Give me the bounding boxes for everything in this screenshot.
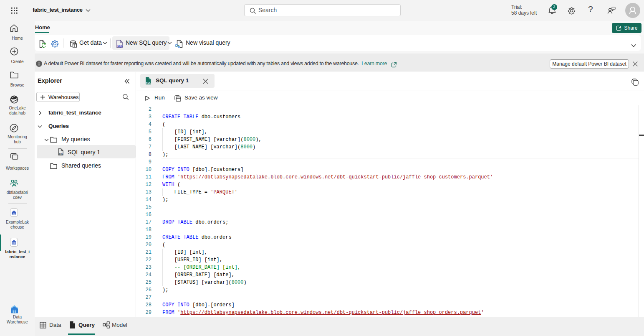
svg-text:SQL: SQL [146,81,151,84]
svg-text:SQL: SQL [59,153,63,155]
svg-text:SQL: SQL [117,44,123,48]
